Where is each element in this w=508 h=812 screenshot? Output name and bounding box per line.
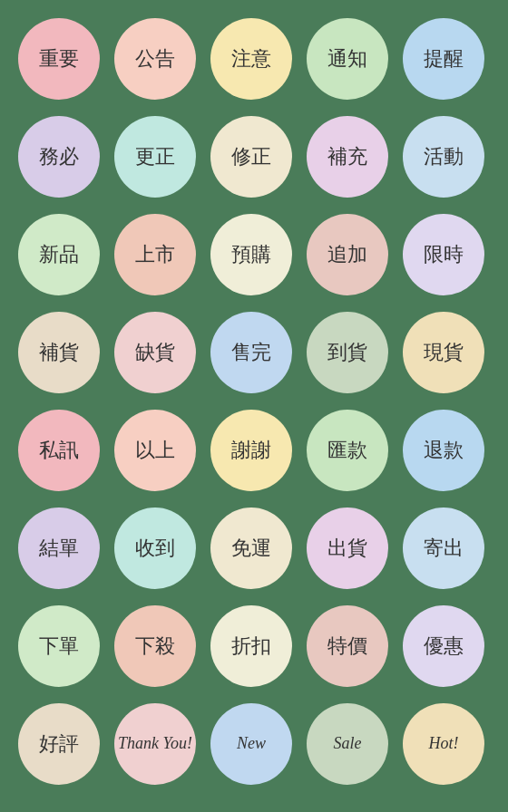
- badge-label: Hot!: [429, 734, 459, 754]
- badge-item-34: 優惠: [403, 605, 484, 687]
- badge-item-24: 退款: [403, 410, 484, 491]
- badge-item-9: 活動: [403, 116, 484, 198]
- badge-label: Sale: [334, 734, 362, 754]
- badge-item-27: 免運: [210, 508, 292, 589]
- badge-label: 追加: [327, 243, 367, 266]
- badge-grid: 重要公告注意通知提醒務必更正修正補充活動新品上市預購追加限時補貨缺貨售完到貨現貨…: [0, 0, 508, 812]
- badge-item-29: 寄出: [403, 508, 484, 589]
- badge-label: 到貨: [327, 341, 367, 364]
- badge-label: 退款: [424, 439, 464, 462]
- badge-label: 寄出: [424, 536, 464, 560]
- badge-label: 新品: [39, 243, 79, 266]
- badge-label: 現貨: [424, 341, 464, 364]
- badge-item-17: 售完: [210, 312, 292, 393]
- badge-label: 收到: [135, 536, 175, 560]
- badge-label: 修正: [231, 145, 271, 169]
- badge-label: 提醒: [424, 47, 464, 71]
- badge-label: 補貨: [39, 341, 79, 364]
- badge-label: 注意: [231, 47, 271, 71]
- badge-item-7: 修正: [210, 116, 292, 198]
- badge-item-22: 謝謝: [210, 410, 292, 491]
- badge-label: 折扣: [231, 634, 271, 658]
- badge-label: 免運: [231, 536, 271, 560]
- badge-item-36: Thank You!: [114, 703, 196, 785]
- badge-item-26: 收到: [114, 508, 196, 589]
- badge-label: New: [237, 734, 266, 754]
- badge-item-39: Hot!: [403, 703, 484, 785]
- badge-item-32: 折扣: [210, 605, 292, 687]
- badge-item-10: 新品: [18, 214, 100, 295]
- badge-item-37: New: [210, 703, 292, 785]
- badge-label: 限時: [424, 243, 464, 266]
- badge-item-30: 下單: [18, 605, 100, 687]
- badge-item-19: 現貨: [403, 312, 484, 393]
- badge-item-2: 注意: [210, 18, 292, 100]
- badge-item-38: Sale: [307, 703, 388, 785]
- badge-label: 上市: [135, 243, 175, 266]
- badge-label: 通知: [327, 47, 367, 71]
- badge-label: 補充: [327, 145, 367, 169]
- badge-label: 特價: [327, 634, 367, 658]
- badge-item-20: 私訊: [18, 410, 100, 491]
- badge-label: 更正: [135, 145, 175, 169]
- badge-label: 務必: [39, 145, 79, 169]
- badge-item-6: 更正: [114, 116, 196, 198]
- badge-item-15: 補貨: [18, 312, 100, 393]
- badge-item-4: 提醒: [403, 18, 484, 100]
- badge-item-33: 特價: [307, 605, 388, 687]
- badge-item-35: 好評: [18, 703, 100, 785]
- badge-label: 以上: [135, 439, 175, 462]
- badge-label: 私訊: [39, 439, 79, 462]
- badge-label: 下單: [39, 634, 79, 658]
- badge-item-11: 上市: [114, 214, 196, 295]
- badge-label: 好評: [39, 732, 79, 756]
- badge-item-5: 務必: [18, 116, 100, 198]
- badge-item-3: 通知: [307, 18, 388, 100]
- badge-label: 活動: [424, 145, 464, 169]
- badge-label: 公告: [135, 47, 175, 71]
- badge-label: 結單: [39, 536, 79, 560]
- badge-label: 售完: [231, 341, 271, 364]
- badge-label: 謝謝: [231, 439, 271, 462]
- badge-item-23: 匯款: [307, 410, 388, 491]
- badge-item-0: 重要: [18, 18, 100, 100]
- badge-label: 出貨: [327, 536, 367, 560]
- badge-item-28: 出貨: [307, 508, 388, 589]
- badge-item-25: 結單: [18, 508, 100, 589]
- badge-item-13: 追加: [307, 214, 388, 295]
- badge-item-18: 到貨: [307, 312, 388, 393]
- badge-label: 缺貨: [135, 341, 175, 364]
- badge-item-16: 缺貨: [114, 312, 196, 393]
- badge-label: 預購: [231, 243, 271, 266]
- badge-item-1: 公告: [114, 18, 196, 100]
- badge-item-31: 下殺: [114, 605, 196, 687]
- badge-label: 下殺: [135, 634, 175, 658]
- badge-item-12: 預購: [210, 214, 292, 295]
- badge-label: 匯款: [327, 439, 367, 462]
- badge-label: Thank You!: [118, 734, 192, 754]
- badge-label: 重要: [39, 47, 79, 71]
- badge-item-21: 以上: [114, 410, 196, 491]
- badge-label: 優惠: [424, 634, 464, 658]
- badge-item-8: 補充: [307, 116, 388, 198]
- badge-item-14: 限時: [403, 214, 484, 295]
